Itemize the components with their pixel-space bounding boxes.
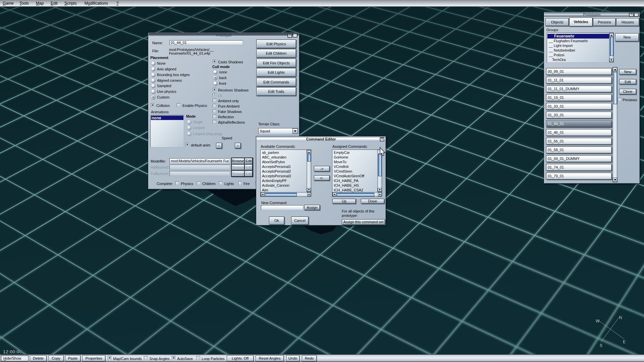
svg-text:N: N xyxy=(619,315,622,320)
svg-text:12:00:00: 12:00:00 xyxy=(3,349,22,354)
svg-text:E: E xyxy=(623,340,626,344)
svg-text:S: S xyxy=(600,343,602,348)
svg-text:W: W xyxy=(596,319,600,323)
